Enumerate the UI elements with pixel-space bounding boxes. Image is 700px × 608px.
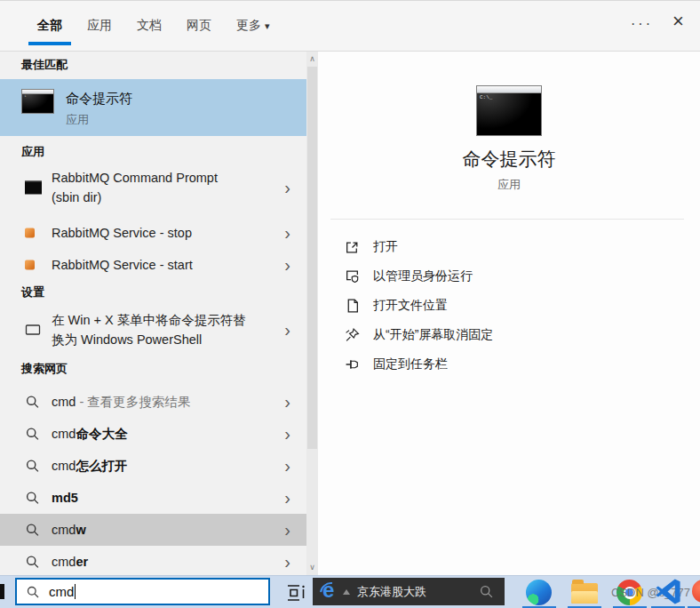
rabbitmq-icon	[25, 260, 35, 270]
tab-more[interactable]: 更多▾	[236, 18, 270, 34]
tab-web[interactable]: 网页	[187, 18, 211, 34]
action-label: 固定到任务栏	[373, 356, 448, 372]
best-match-item[interactable]: └ 命令提示符 应用	[0, 79, 313, 136]
result-line1: RabbitMQ Command Prompt	[52, 171, 218, 185]
start-edge-icon[interactable]	[0, 584, 4, 599]
taskbar-explorer-icon[interactable]	[571, 583, 598, 604]
taskbar-search-box[interactable]: cmd	[15, 578, 270, 605]
news-headline: 京东港股大跌	[357, 584, 426, 600]
result-text: RabbitMQ Command Prompt(sbin dir)	[52, 168, 218, 207]
detail-panel: C:\_ 命令提示符 应用 打开 以管理员身份运行 打开文件位置 从“开始”屏幕…	[318, 52, 700, 577]
web-suggestion-cmd-howto[interactable]: cmd怎么打开 ›	[0, 450, 306, 482]
suggestion-normal: cmd	[52, 459, 76, 473]
result-line2: (sbin dir)	[52, 190, 101, 204]
result-text: 在 Win + X 菜单中将命令提示符替换为 Windows PowerShel…	[52, 310, 246, 349]
detail-subtitle: 应用	[318, 177, 700, 193]
filter-tabs: 全部 应用 文档 网页 更多▾	[37, 18, 270, 34]
suggestion-text: cmd怎么打开	[52, 456, 127, 476]
scroll-up-icon[interactable]: ∧	[306, 54, 318, 63]
chevron-right-icon[interactable]: ›	[284, 179, 290, 196]
scrollbar[interactable]: ∧ ∨	[306, 52, 318, 577]
taskbar-edge-icon[interactable]	[526, 580, 552, 605]
chevron-right-icon[interactable]: ›	[284, 321, 290, 339]
suggestion-normal: cmd	[52, 427, 76, 441]
suggestion-text: cmdw	[52, 520, 86, 540]
action-open-file-location[interactable]: 打开文件位置	[318, 291, 700, 320]
scrollbar-thumb[interactable]	[307, 67, 317, 449]
suggestion-bold: w	[76, 523, 85, 537]
caret-up-icon	[343, 589, 350, 595]
task-view-icon[interactable]	[284, 581, 307, 604]
scroll-down-icon[interactable]: ∨	[306, 563, 318, 572]
open-icon	[345, 239, 360, 254]
chevron-right-icon[interactable]: ›	[284, 224, 290, 242]
web-suggestion-md5[interactable]: md5 ›	[0, 482, 306, 514]
web-suggestion-cmd-commands[interactable]: cmd命令大全 ›	[0, 418, 306, 450]
web-suggestion-cmd-more[interactable]: cmd - 查看更多搜索结果 ›	[0, 386, 306, 418]
web-suggestion-cmdw[interactable]: cmdw ›	[0, 514, 313, 546]
terminal-icon	[25, 181, 42, 195]
web-suggestion-cmder[interactable]: cmder ›	[0, 546, 306, 578]
chevron-right-icon[interactable]: ›	[284, 425, 290, 443]
best-match-title: 命令提示符	[66, 91, 132, 108]
shield-icon	[345, 268, 360, 284]
text-caret	[75, 584, 76, 599]
section-header-search-web: 搜索网页	[21, 361, 68, 377]
cmd-glyph: C:\_	[480, 94, 492, 100]
windows-search-flyout: 全部 应用 文档 网页 更多▾ ··· × 最佳匹配 └ 命令提示符 应用 应用…	[0, 0, 700, 608]
unpin-icon	[345, 327, 360, 342]
taskbar: cmd e 京东港股大跌 CSDN @s_777	[0, 575, 700, 608]
chevron-right-icon[interactable]: ›	[284, 489, 290, 507]
file-location-icon	[345, 298, 360, 313]
app-result-rabbitmq-start[interactable]: RabbitMQ Service - start ›	[0, 250, 306, 280]
suggestion-normal: cmd	[52, 523, 76, 537]
settings-result-powershell[interactable]: 在 Win + X 菜单中将命令提示符替换为 Windows PowerShel…	[0, 305, 306, 355]
chevron-right-icon[interactable]: ›	[284, 553, 290, 571]
suggestion-bold: 命令大全	[76, 427, 127, 441]
action-pin-to-taskbar[interactable]: 固定到任务栏	[318, 349, 700, 379]
search-icon	[25, 491, 40, 506]
app-result-rabbitmq-stop[interactable]: RabbitMQ Service - stop ›	[0, 218, 306, 248]
tab-apps[interactable]: 应用	[87, 18, 112, 34]
taskbar-app-icon-partial[interactable]	[692, 580, 700, 603]
chevron-down-icon: ▾	[265, 20, 270, 31]
search-icon	[26, 585, 40, 599]
search-icon	[25, 523, 40, 538]
result-text: RabbitMQ Service - start	[52, 255, 193, 275]
section-header-best-match: 最佳匹配	[21, 57, 68, 73]
taskbar-vscode-icon[interactable]	[655, 578, 682, 605]
suggestion-normal: cmd	[52, 395, 76, 409]
section-header-apps: 应用	[21, 144, 44, 160]
suggestion-bold: 怎么打开	[76, 459, 127, 473]
results-panel: 最佳匹配 └ 命令提示符 应用 应用 RabbitMQ Command Prom…	[0, 52, 318, 577]
divider	[330, 219, 684, 220]
suggestion-text: cmd命令大全	[52, 424, 127, 444]
more-options-button[interactable]: ···	[631, 16, 653, 32]
search-input[interactable]: cmd	[49, 584, 74, 599]
tab-documents[interactable]: 文档	[137, 18, 162, 34]
chevron-right-icon[interactable]: ›	[284, 521, 290, 539]
action-open[interactable]: 打开	[318, 232, 700, 261]
chevron-right-icon[interactable]: ›	[284, 256, 290, 274]
search-icon	[25, 459, 40, 474]
tab-all[interactable]: 全部	[37, 18, 62, 34]
suggestion-bold: er	[76, 555, 88, 569]
action-label: 从“开始”屏幕取消固定	[373, 327, 493, 343]
action-label: 打开文件位置	[373, 298, 448, 314]
action-unpin-from-start[interactable]: 从“开始”屏幕取消固定	[318, 320, 700, 349]
close-icon[interactable]: ×	[672, 12, 684, 31]
action-run-as-admin[interactable]: 以管理员身份运行	[318, 261, 700, 291]
action-label: 以管理员身份运行	[373, 268, 473, 284]
news-widget[interactable]: e 京东港股大跌	[313, 578, 505, 605]
detail-title: 命令提示符	[318, 147, 700, 172]
section-header-settings: 设置	[21, 284, 44, 300]
result-line2: 换为 Windows PowerShell	[52, 332, 202, 347]
chevron-right-icon[interactable]: ›	[284, 393, 290, 411]
ie-icon: e	[319, 580, 341, 603]
suggestion-bold: md5	[52, 491, 78, 505]
cmd-prompt-icon-large: C:\_	[476, 85, 542, 136]
chevron-right-icon[interactable]: ›	[284, 457, 290, 475]
suggestion-text: cmder	[52, 552, 88, 572]
cmd-prompt-icon: └	[21, 89, 54, 114]
app-result-rabbitmq-prompt[interactable]: RabbitMQ Command Prompt(sbin dir) ›	[0, 164, 306, 211]
